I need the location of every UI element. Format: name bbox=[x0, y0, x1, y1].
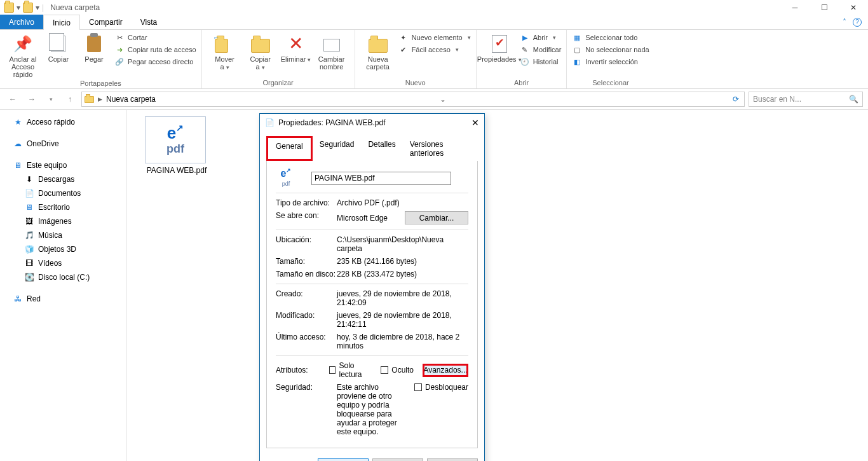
unblock-checkbox[interactable]: Desbloquear bbox=[414, 383, 468, 392]
dialog-tab-details[interactable]: Detalles bbox=[361, 136, 402, 161]
dialog-titlebar[interactable]: 📄 Propiedades: PAGINA WEB.pdf ✕ bbox=[260, 114, 484, 131]
group-new-label: Nuevo bbox=[355, 78, 476, 88]
dialog-close-button[interactable]: ✕ bbox=[471, 118, 479, 128]
location-label: Ubicación: bbox=[276, 235, 337, 253]
advanced-button[interactable]: Avanzados... bbox=[423, 364, 468, 377]
window-minimize[interactable]: ─ bbox=[780, 0, 810, 15]
sidebar-item-network[interactable]: 🖧Red bbox=[0, 292, 126, 306]
group-open: Propiedades▾ ▶Abrir▾ ✎Modificar 🕘Histori… bbox=[477, 30, 567, 88]
copy-path-button[interactable]: ➜Copiar ruta de acceso bbox=[114, 45, 196, 55]
security-text: Este archivo proviene de otro equipo y p… bbox=[337, 383, 409, 436]
dialog-tab-previous-versions[interactable]: Versiones anteriores bbox=[403, 136, 478, 161]
nav-up-button[interactable]: ↑ bbox=[62, 92, 78, 107]
sidebar-item-thispc[interactable]: 🖥Este equipo bbox=[0, 158, 126, 172]
easy-access-button[interactable]: ✔Fácil acceso▾ bbox=[398, 45, 471, 55]
file-list-view[interactable]: e↗ pdf PAGINA WEB.pdf bbox=[127, 110, 868, 461]
group-organize: ← Mover a▾ Copiar a▾ ✕ Eliminar▾ Cambiar… bbox=[202, 30, 355, 88]
file-item[interactable]: e↗ pdf PAGINA WEB.pdf bbox=[145, 116, 208, 175]
qat-folder-icon bbox=[4, 3, 14, 13]
qat-overflow-icon[interactable]: ▾ bbox=[17, 3, 20, 12]
created-value: jueves, 29 de noviembre de 2018, 21:42:0… bbox=[337, 289, 468, 307]
sidebar-item-pictures[interactable]: 🖼Imágenes bbox=[0, 214, 126, 228]
new-item-button[interactable]: ✦Nuevo elemento▾ bbox=[398, 32, 471, 43]
sidebar-item-documents[interactable]: 📄Documentos bbox=[0, 186, 126, 200]
pdf-label-icon: pdf bbox=[166, 142, 184, 156]
tab-file[interactable]: Archivo bbox=[0, 15, 43, 29]
copy-to-button[interactable]: Copiar a▾ bbox=[243, 32, 278, 71]
qat-overflow-icon-2[interactable]: ▾ bbox=[36, 3, 39, 12]
search-icon: 🔍 bbox=[849, 95, 858, 104]
type-label: Tipo de archivo: bbox=[276, 198, 337, 207]
filename-input[interactable] bbox=[311, 172, 451, 185]
pin-quickaccess-button[interactable]: 📌 Anclar al Acceso rápido bbox=[5, 32, 41, 78]
sidebar-item-quick-access[interactable]: ★Acceso rápido bbox=[0, 115, 126, 129]
sidebar-item-videos[interactable]: 🎞Vídeos bbox=[0, 256, 126, 270]
sidebar-item-downloads[interactable]: ⬇Descargas bbox=[0, 172, 126, 186]
search-placeholder: Buscar en N... bbox=[753, 95, 801, 104]
edit-button[interactable]: ✎Modificar bbox=[520, 45, 562, 55]
sidebar-item-onedrive[interactable]: ☁OneDrive bbox=[0, 137, 126, 151]
history-button[interactable]: 🕘Historial bbox=[520, 57, 562, 67]
sizeondisk-value: 228 KB (233.472 bytes) bbox=[337, 270, 468, 279]
open-button[interactable]: ▶Abrir▾ bbox=[520, 32, 562, 43]
ribbon-collapse-icon[interactable]: ˄ bbox=[843, 18, 846, 27]
rename-button[interactable]: Cambiar nombre bbox=[314, 32, 349, 71]
tab-home[interactable]: Inicio bbox=[43, 15, 80, 30]
readonly-checkbox[interactable]: Solo lectura bbox=[329, 361, 372, 379]
dialog-app-icon: 📄 bbox=[265, 118, 275, 127]
group-clipboard: 📌 Anclar al Acceso rápido Copiar Pegar ✂… bbox=[0, 30, 202, 88]
openswith-value: Microsoft Edge bbox=[337, 214, 388, 223]
paste-shortcut-button[interactable]: 🔗Pegar acceso directo bbox=[114, 57, 196, 67]
breadcrumb[interactable]: Nueva carpeta bbox=[106, 95, 156, 104]
address-dropdown-icon[interactable]: ⌄ bbox=[437, 95, 449, 104]
help-icon[interactable]: ? bbox=[853, 18, 862, 27]
delete-button[interactable]: ✕ Eliminar▾ bbox=[278, 32, 314, 63]
qat-folder-icon-2 bbox=[23, 3, 33, 13]
tab-view[interactable]: Vista bbox=[132, 15, 166, 29]
apply-button[interactable]: Aplicar bbox=[427, 458, 478, 461]
change-app-button[interactable]: Cambiar... bbox=[405, 211, 468, 224]
sidebar-item-localdisk[interactable]: 💽Disco local (C:) bbox=[0, 270, 126, 284]
move-to-button[interactable]: ← Mover a▾ bbox=[207, 32, 243, 71]
address-bar-row: ← → ▾ ↑ ▶ Nueva carpeta ⌄ ⟳ Buscar en N.… bbox=[0, 89, 868, 110]
new-folder-button[interactable]: Nueva carpeta bbox=[360, 32, 396, 71]
accessed-label: Último acceso: bbox=[276, 333, 337, 350]
sidebar-item-music[interactable]: 🎵Música bbox=[0, 228, 126, 242]
group-open-label: Abrir bbox=[477, 78, 567, 88]
window-titlebar: ▾ ▾ | Nueva carpeta ─ ☐ ✕ bbox=[0, 0, 868, 15]
cancel-button[interactable]: Cancelar bbox=[372, 458, 423, 461]
location-value: C:\Users\juanm\Desktop\Nueva carpeta bbox=[337, 235, 468, 253]
properties-dialog: 📄 Propiedades: PAGINA WEB.pdf ✕ General … bbox=[259, 113, 485, 461]
invert-selection-button[interactable]: ◧Invertir selección bbox=[572, 57, 649, 67]
window-maximize[interactable]: ☐ bbox=[810, 0, 839, 15]
type-value: Archivo PDF (.pdf) bbox=[337, 198, 468, 207]
dialog-tab-general[interactable]: General bbox=[266, 136, 313, 161]
refresh-icon[interactable]: ⟳ bbox=[730, 95, 742, 104]
select-none-button[interactable]: ▢No seleccionar nada bbox=[572, 45, 649, 55]
group-new: Nueva carpeta ✦Nuevo elemento▾ ✔Fácil ac… bbox=[355, 30, 477, 88]
hidden-checkbox[interactable]: Oculto bbox=[381, 366, 414, 375]
edge-icon: e↗ bbox=[167, 125, 184, 141]
modified-label: Modificado: bbox=[276, 311, 337, 329]
tab-share[interactable]: Compartir bbox=[80, 15, 132, 29]
nav-back-button[interactable]: ← bbox=[5, 92, 20, 107]
sidebar-item-3dobjects[interactable]: 🧊Objetos 3D bbox=[0, 242, 126, 256]
sidebar-item-desktop[interactable]: 🖥Escritorio bbox=[0, 200, 126, 214]
breadcrumb-separator-icon[interactable]: ▶ bbox=[97, 96, 104, 102]
copy-button[interactable]: Copiar bbox=[41, 32, 76, 63]
nav-forward-button[interactable]: → bbox=[24, 92, 39, 107]
group-clipboard-label: Portapapeles bbox=[0, 78, 201, 89]
window-close[interactable]: ✕ bbox=[839, 0, 868, 15]
nav-recent-dropdown[interactable]: ▾ bbox=[43, 92, 58, 107]
dialog-tab-security[interactable]: Seguridad bbox=[313, 136, 362, 161]
paste-button[interactable]: Pegar bbox=[76, 32, 112, 63]
search-input[interactable]: Buscar en N... 🔍 bbox=[749, 92, 863, 107]
properties-button[interactable]: Propiedades▾ bbox=[482, 32, 517, 63]
select-all-button[interactable]: ▦Seleccionar todo bbox=[572, 32, 649, 43]
ok-button[interactable]: Aceptar bbox=[318, 458, 369, 461]
navigation-tree[interactable]: ★Acceso rápido ☁OneDrive 🖥Este equipo ⬇D… bbox=[0, 110, 127, 461]
ribbon: 📌 Anclar al Acceso rápido Copiar Pegar ✂… bbox=[0, 30, 868, 89]
cut-button[interactable]: ✂Cortar bbox=[114, 32, 196, 43]
dialog-tabstrip: General Seguridad Detalles Versiones ant… bbox=[260, 131, 484, 161]
address-bar[interactable]: ▶ Nueva carpeta ⌄ ⟳ bbox=[81, 92, 745, 107]
